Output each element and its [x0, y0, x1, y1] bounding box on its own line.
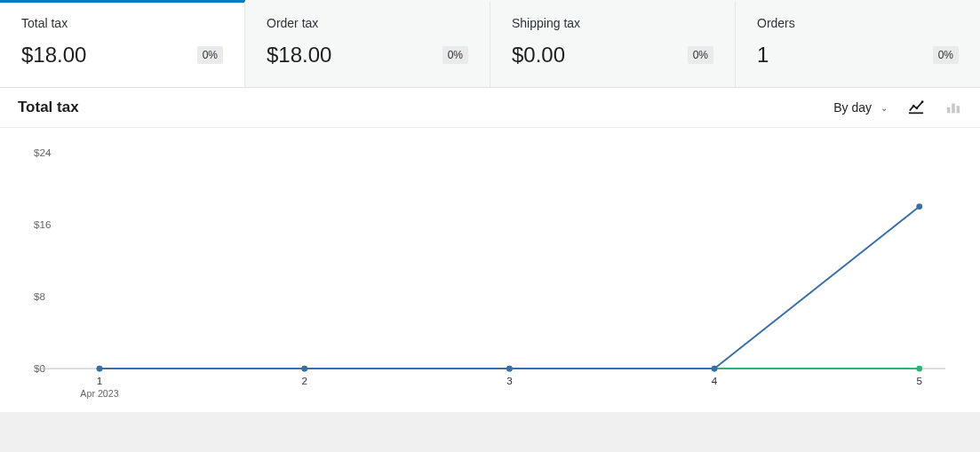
bar-chart-icon	[945, 99, 961, 115]
interval-label: By day	[833, 100, 872, 115]
svg-point-2	[921, 100, 924, 103]
svg-point-0	[912, 105, 915, 107]
dashboard: Total tax $18.00 0% Order tax $18.00 0% …	[0, 0, 980, 412]
bar-chart-button[interactable]	[944, 99, 962, 116]
svg-text:1: 1	[97, 375, 103, 386]
stat-label: Orders	[757, 16, 959, 30]
svg-text:2: 2	[301, 375, 307, 386]
stat-badge: 0%	[688, 46, 713, 64]
chart-header: Total tax By day ⌄	[0, 88, 980, 128]
stat-card-shipping-tax[interactable]: Shipping tax $0.00 0%	[490, 0, 736, 87]
stat-badge: 0%	[197, 46, 223, 64]
svg-text:$16: $16	[34, 218, 51, 230]
svg-text:5: 5	[917, 375, 923, 386]
data-point[interactable]	[712, 366, 718, 372]
stat-card-orders[interactable]: Orders 1 0%	[736, 0, 980, 87]
svg-text:$0: $0	[34, 362, 45, 374]
svg-text:4: 4	[712, 375, 718, 386]
interval-select[interactable]: By day ⌄	[833, 100, 888, 115]
stat-label: Order tax	[267, 16, 468, 30]
stat-value: $0.00	[512, 43, 565, 67]
stat-value-row: $18.00 0%	[267, 43, 468, 67]
svg-rect-4	[947, 107, 951, 113]
stat-value-row: $0.00 0%	[512, 43, 713, 67]
svg-text:$24: $24	[34, 147, 52, 158]
data-point[interactable]	[506, 366, 513, 372]
chart: $0$8$16$24 12345 Apr 2023	[0, 128, 980, 412]
stat-cards-row: Total tax $18.00 0% Order tax $18.00 0% …	[0, 0, 980, 88]
stat-value: $18.00	[267, 43, 331, 67]
svg-rect-6	[957, 106, 960, 113]
stat-value: 1	[757, 43, 769, 67]
stat-value-row: 1 0%	[757, 43, 959, 67]
stat-value-row: $18.00 0%	[21, 43, 223, 67]
data-point[interactable]	[97, 366, 103, 372]
data-point[interactable]	[301, 366, 307, 372]
line-chart-icon	[908, 99, 924, 115]
stat-label: Shipping tax	[512, 16, 713, 30]
line-chart-button[interactable]	[907, 99, 925, 116]
stat-badge: 0%	[933, 46, 959, 64]
stat-value: $18.00	[21, 43, 86, 67]
stat-card-total-tax[interactable]: Total tax $18.00 0%	[0, 0, 245, 87]
svg-text:Apr 2023: Apr 2023	[80, 388, 118, 399]
stat-label: Total tax	[21, 16, 223, 30]
svg-rect-5	[952, 104, 955, 114]
chevron-down-icon: ⌄	[880, 103, 888, 113]
stat-card-order-tax[interactable]: Order tax $18.00 0%	[245, 0, 490, 87]
data-point[interactable]	[916, 366, 922, 372]
data-point[interactable]	[916, 203, 922, 210]
chart-title: Total tax	[18, 99, 79, 116]
stat-badge: 0%	[442, 46, 468, 64]
svg-point-1	[916, 107, 919, 110]
svg-text:$8: $8	[34, 290, 45, 302]
series-line	[100, 207, 920, 369]
svg-text:3: 3	[506, 375, 513, 386]
chart-svg: $0$8$16$24 12345 Apr 2023	[18, 144, 962, 403]
chart-controls: By day ⌄	[833, 99, 962, 116]
